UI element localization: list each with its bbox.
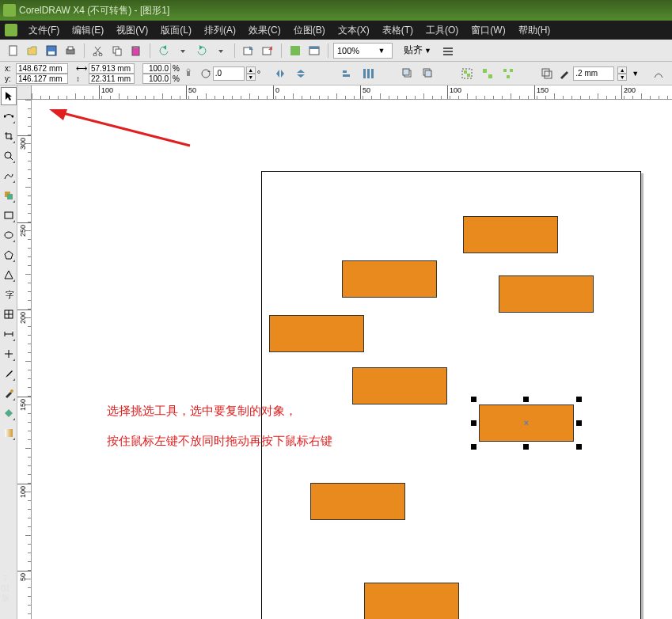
ungroup-button[interactable] [479,65,496,82]
export-button[interactable] [259,42,276,59]
chevron-down-icon[interactable]: ▼ [424,47,431,55]
rectangle-shape[interactable] [310,483,405,520]
selection-handle[interactable] [471,420,476,426]
menu-table[interactable]: 表格(T) [376,24,420,37]
zoom-tool[interactable] [1,146,17,165]
x-input[interactable] [16,63,68,74]
import-button[interactable] [240,42,257,59]
open-button[interactable] [24,42,41,59]
undo-button[interactable] [155,42,173,59]
rectangle-shape[interactable] [269,315,364,352]
mirror-h-button[interactable] [271,65,289,82]
outline-tool[interactable] [1,384,17,402]
save-button[interactable] [43,42,60,59]
selection-handle[interactable] [471,397,476,402]
shape-tool[interactable] [1,107,17,125]
pen-icon [559,68,570,79]
dimension-tool[interactable] [1,325,17,343]
cut-button[interactable] [89,42,107,59]
fill-tool[interactable] [1,404,17,422]
annotation-arrow [32,100,230,179]
ungroup-all-button[interactable] [499,65,517,82]
menu-tools[interactable]: 工具(O) [420,24,465,37]
svg-rect-25 [371,69,374,78]
pick-tool[interactable] [1,87,17,105]
height-input[interactable] [89,74,135,84]
menu-arrange[interactable]: 排列(A) [198,24,242,37]
combine-button[interactable] [538,65,556,82]
app-launcher-button[interactable] [287,42,304,59]
menu-text[interactable]: 文本(X) [332,24,376,37]
to-back-button[interactable] [420,65,437,82]
rot-up[interactable]: ▲ [246,66,256,74]
interactive-tool[interactable] [1,344,17,363]
selection-handle[interactable] [576,444,582,450]
menu-edit[interactable]: 编辑(E) [66,24,110,37]
menu-file[interactable]: 文件(F) [22,24,66,37]
ow-up[interactable]: ▲ [617,66,627,74]
zoom-combo[interactable]: ▼ [333,43,393,59]
rectangle-tool[interactable] [1,206,17,224]
distribute-button[interactable] [359,65,377,82]
y-input[interactable] [16,74,68,84]
print-button[interactable] [62,42,79,59]
group-button[interactable] [458,65,476,82]
welcome-button[interactable] [306,42,323,59]
polygon-tool[interactable] [1,245,17,264]
menu-bitmap[interactable]: 位图(B) [287,24,332,37]
mirror-v-button[interactable] [292,65,309,82]
new-button[interactable] [5,42,22,59]
rectangle-shape[interactable] [499,275,594,313]
copy-button[interactable] [108,42,126,59]
rectangle-shape[interactable] [364,583,459,619]
width-input[interactable] [89,63,135,74]
selection-handle[interactable] [576,420,582,426]
to-front-button[interactable] [399,65,416,82]
position-group: x: y: [5,63,68,84]
redo-dd-button[interactable] [212,42,230,59]
menu-layout[interactable]: 版面(L) [154,24,198,37]
ruler-horizontal[interactable]: 10050050100150200 [32,85,672,100]
rotation-input[interactable] [213,66,245,81]
table-tool[interactable] [1,305,17,323]
freehand-tool[interactable] [1,166,17,184]
interactive-fill-tool[interactable] [1,423,17,442]
rectangle-shape[interactable] [463,216,558,253]
paste-button[interactable] [127,42,145,59]
outline-width-input[interactable] [573,66,614,81]
canvas[interactable]: × 选择挑选工具，选中要复制的对象， 按住鼠标左键不放同时拖动再按下鼠标右键 [32,100,672,619]
options-button[interactable] [439,42,457,59]
selection-handle[interactable] [523,444,529,450]
scale-y-input[interactable] [142,74,171,84]
rectangle-shape[interactable] [342,260,437,298]
convert-curve-button[interactable] [650,65,667,82]
selection-handle[interactable] [523,397,529,402]
selection-handle[interactable] [471,444,476,450]
basic-shapes-tool[interactable] [1,265,17,283]
redo-button[interactable] [193,42,211,59]
scale-x-input[interactable] [142,63,171,74]
undo-dd-button[interactable] [174,42,192,59]
ellipse-tool[interactable] [1,226,17,244]
menu-view[interactable]: 视图(V) [110,24,154,37]
ow-dn[interactable]: ▼ [617,74,627,81]
eyedropper-tool[interactable] [1,364,17,382]
rectangle-shape[interactable] [352,367,447,404]
crop-tool[interactable] [1,127,17,145]
selection-handle[interactable] [576,397,582,402]
menu-window[interactable]: 窗口(W) [465,24,511,37]
lock-ratio-button[interactable] [183,63,194,84]
ruler-vertical[interactable]: 30025020015010050 [17,100,32,619]
ruler-origin[interactable] [17,85,32,100]
menu-effects[interactable]: 效果(C) [242,24,287,37]
chevron-down-icon[interactable]: ▼ [377,47,386,55]
align-button[interactable] [339,65,356,82]
menu-help[interactable]: 帮助(H) [512,24,557,37]
text-tool[interactable]: 字 [1,285,17,303]
svg-rect-8 [116,49,121,55]
rot-dn[interactable]: ▼ [246,74,256,81]
chevron-down-icon[interactable]: ▼ [632,70,639,78]
zoom-input[interactable] [337,46,377,55]
canvas-area: 10050050100150200 30025020015010050 [17,85,672,619]
smart-fill-tool[interactable] [1,186,17,204]
